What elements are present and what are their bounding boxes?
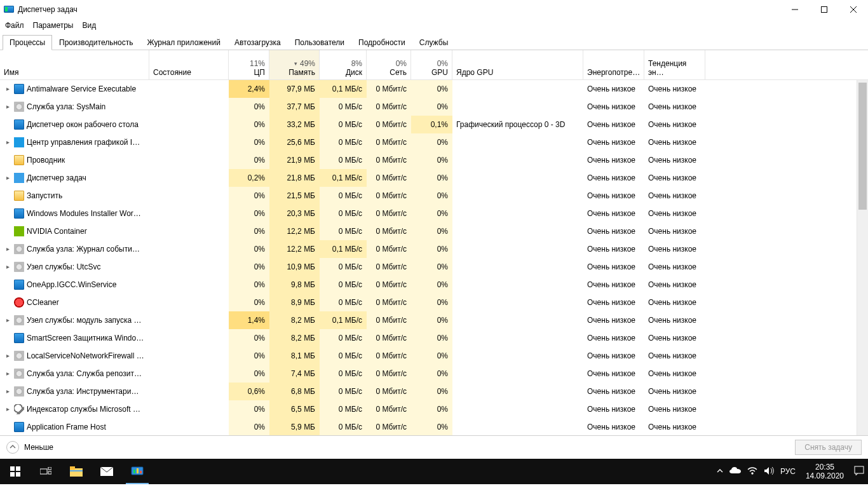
process-row[interactable]: ▸OneApp.IGCC.WinService0%9,8 МБ0 МБ/с0 М… <box>0 276 868 294</box>
tray-sound-icon[interactable] <box>764 466 774 477</box>
cell-power-trend: Очень низкое <box>644 205 705 222</box>
col-gpu-engine[interactable]: Ядро GPU <box>452 50 583 79</box>
col-network[interactable]: 0%Сеть <box>367 50 411 79</box>
col-name[interactable]: Имя <box>0 50 149 79</box>
fewer-details-icon[interactable] <box>6 441 19 454</box>
cell-memory: 37,7 МБ <box>269 98 320 116</box>
cell-cpu: 0% <box>229 329 269 347</box>
expand-icon[interactable]: ▸ <box>4 347 11 365</box>
process-row[interactable]: ▸Служба узла: SysMain0%37,7 МБ0 МБ/с0 Мб… <box>0 98 868 116</box>
expand-icon[interactable]: ▸ <box>4 240 11 258</box>
process-row[interactable]: ▸Узел службы: UtcSvc0%10,9 МБ0 МБ/с0 Мби… <box>0 258 868 276</box>
process-row[interactable]: ▸CCleaner0%8,9 МБ0 МБ/с0 Мбит/с0%Очень н… <box>0 294 868 311</box>
cell-gpu: 0% <box>411 240 452 258</box>
process-row[interactable]: ▸Application Frame Host0%5,9 МБ0 МБ/с0 М… <box>0 418 868 435</box>
process-row[interactable]: ▸Диспетчер окон рабочего стола0%33,2 МБ0… <box>0 116 868 133</box>
process-icon <box>14 102 24 112</box>
tab-0[interactable]: Процессы <box>3 35 52 50</box>
col-power[interactable]: Энергопотре… <box>583 50 644 79</box>
tray-chevron-up-icon[interactable] <box>717 467 723 476</box>
cell-gpu: 0% <box>411 276 452 294</box>
process-row[interactable]: ▸Проводник0%21,9 МБ0 МБ/с0 Мбит/с0%Очень… <box>0 151 868 169</box>
cell-name: ▸LocalServiceNoNetworkFirewall … <box>0 347 149 365</box>
tray-time: 20:35 <box>806 463 844 471</box>
tab-3[interactable]: Автозагрузка <box>227 35 288 50</box>
process-row[interactable]: ▸Windows Modules Installer Wor…0%20,3 МБ… <box>0 205 868 222</box>
tray-clock[interactable]: 20:35 14.09.2020 <box>802 463 848 480</box>
menu-file[interactable]: Файл <box>5 21 24 30</box>
cell-name: ▸Служба узла: SysMain <box>0 98 149 116</box>
expand-icon[interactable]: ▸ <box>4 365 11 383</box>
taskbar-taskmgr[interactable] <box>122 459 153 484</box>
cell-memory: 25,6 МБ <box>269 133 320 151</box>
cell-cpu: 0,6% <box>229 383 269 400</box>
start-button[interactable] <box>0 459 31 484</box>
col-gpu[interactable]: 0%GPU <box>411 50 452 79</box>
cell-memory: 5,9 МБ <box>269 418 320 435</box>
process-row[interactable]: ▸Служба узла: Служба репозит…0%7,4 МБ0 М… <box>0 365 868 383</box>
maximize-button[interactable] <box>810 0 839 19</box>
expand-icon[interactable]: ▸ <box>4 169 11 187</box>
tray-notifications-icon[interactable] <box>854 466 864 478</box>
cell-network: 0 Мбит/с <box>367 365 411 383</box>
minimize-button[interactable] <box>780 0 810 19</box>
taskview-button[interactable] <box>31 459 61 484</box>
fewer-details-label[interactable]: Меньше <box>24 443 53 452</box>
expand-icon[interactable]: ▸ <box>4 133 11 151</box>
cell-cpu: 0% <box>229 258 269 276</box>
cell-network: 0 Мбит/с <box>367 276 411 294</box>
tab-1[interactable]: Производительность <box>52 35 140 50</box>
process-icon <box>14 208 24 219</box>
cell-power: Очень низкое <box>583 383 644 400</box>
taskbar-mail[interactable] <box>92 459 122 484</box>
cell-status <box>149 133 229 151</box>
col-memory[interactable]: ▾49%Память <box>269 50 320 79</box>
col-power-trend[interactable]: Тенденция эн… <box>644 50 705 79</box>
menu-view[interactable]: Вид <box>82 21 96 30</box>
vertical-scrollbar[interactable] <box>857 80 868 435</box>
expand-icon[interactable]: ▸ <box>4 98 11 116</box>
svg-rect-10 <box>70 470 83 471</box>
tab-2[interactable]: Журнал приложений <box>140 35 227 50</box>
tray-onedrive-icon[interactable] <box>729 467 741 477</box>
process-row[interactable]: ▸SmartScreen Защитника Windo…0%8,2 МБ0 М… <box>0 329 868 347</box>
process-row[interactable]: ▸Antimalware Service Executable2,4%97,9 … <box>0 80 868 98</box>
taskbar-explorer[interactable] <box>61 459 92 484</box>
menu-options[interactable]: Параметры <box>33 21 74 30</box>
process-row[interactable]: ▸Диспетчер задач0,2%21,8 МБ0,1 МБ/с0 Мби… <box>0 169 868 187</box>
tab-4[interactable]: Пользователи <box>288 35 351 50</box>
col-disk[interactable]: 8%Диск <box>320 50 367 79</box>
cell-gpu-engine <box>452 98 583 116</box>
statusbar: Меньше Снять задачу <box>0 435 868 459</box>
tray-language[interactable]: РУС <box>780 467 796 476</box>
tab-5[interactable]: Подробности <box>351 35 412 50</box>
process-row[interactable]: ▸Индексатор службы Microsoft …0%6,5 МБ0 … <box>0 400 868 418</box>
col-status[interactable]: Состояние <box>149 50 229 79</box>
process-row[interactable]: ▸Запустить0%21,5 МБ0 МБ/с0 Мбит/с0%Очень… <box>0 187 868 205</box>
process-row[interactable]: ▸Узел службы: модуль запуска …1,4%8,2 МБ… <box>0 311 868 329</box>
expand-icon[interactable]: ▸ <box>4 400 11 418</box>
expand-icon[interactable]: ▸ <box>4 311 11 329</box>
process-row[interactable]: ▸Служба узла: Инструментари…0,6%6,8 МБ0 … <box>0 383 868 400</box>
expand-icon[interactable]: ▸ <box>4 258 11 276</box>
tray-wifi-icon[interactable] <box>747 467 757 477</box>
end-task-button[interactable]: Снять задачу <box>795 440 862 455</box>
cell-gpu-engine <box>452 311 583 329</box>
process-row[interactable]: ▸NVIDIA Container0%12,2 МБ0 МБ/с0 Мбит/с… <box>0 222 868 240</box>
process-row[interactable]: ▸LocalServiceNoNetworkFirewall …0%8,1 МБ… <box>0 347 868 365</box>
cell-gpu-engine <box>452 347 583 365</box>
taskmgr-icon <box>4 4 14 15</box>
close-button[interactable] <box>839 0 868 19</box>
process-name: Application Frame Host <box>27 418 106 435</box>
scrollbar-thumb[interactable] <box>858 83 867 210</box>
expand-icon[interactable]: ▸ <box>4 80 11 98</box>
cell-disk: 0,1 МБ/с <box>320 240 367 258</box>
cell-gpu: 0% <box>411 329 452 347</box>
cell-status <box>149 365 229 383</box>
cell-memory: 21,9 МБ <box>269 151 320 169</box>
expand-icon[interactable]: ▸ <box>4 383 11 400</box>
tab-6[interactable]: Службы <box>412 35 455 50</box>
process-row[interactable]: ▸Служба узла: Журнал событи…0%12,2 МБ0,1… <box>0 240 868 258</box>
col-cpu[interactable]: 11%ЦП <box>229 50 269 79</box>
process-row[interactable]: ▸Центр управления графикой I…0%25,6 МБ0 … <box>0 133 868 151</box>
